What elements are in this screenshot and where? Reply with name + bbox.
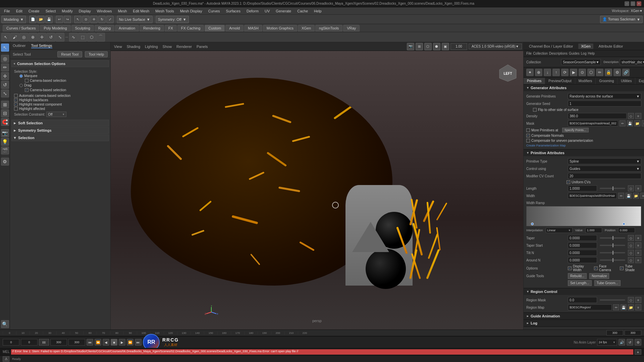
face-camera-check[interactable]: [594, 266, 598, 270]
generator-seed-value[interactable]: 1: [568, 101, 641, 107]
flip-checkbox[interactable]: [533, 108, 537, 112]
mask-save-btn[interactable]: 💾: [627, 120, 633, 126]
constraint-dropdown[interactable]: Off ▼: [46, 112, 66, 117]
primitive-attributes-header[interactable]: ▼ Primitive Attributes: [524, 149, 644, 156]
end-frame-display[interactable]: 300: [68, 339, 85, 346]
around-n-slider[interactable]: [600, 259, 626, 261]
tab-rigging[interactable]: Rigging: [95, 25, 114, 32]
width-value[interactable]: $DESC/paintmaps/widthShortHair: [568, 193, 617, 199]
taper-value[interactable]: 0.0000: [568, 235, 597, 241]
status-icon[interactable]: ⚠: [3, 356, 9, 362]
redo-btn[interactable]: ↪: [64, 16, 71, 23]
xgen-menu-help[interactable]: Help: [588, 52, 595, 55]
around-n-expr-btn[interactable]: ≡: [635, 257, 641, 263]
xgen-menu-collection[interactable]: Collection: [533, 52, 548, 55]
ramp-point-2[interactable]: [623, 223, 625, 225]
modifier-cv-value[interactable]: 20: [568, 173, 641, 179]
compensate-normals-row[interactable]: Compensate Normals: [526, 133, 641, 138]
tool-paint[interactable]: ✏: [1, 63, 9, 71]
taper-start-slider[interactable]: [600, 245, 626, 246]
menu-curves[interactable]: Curves: [206, 8, 223, 14]
reset-tool-button[interactable]: Reset Tool: [57, 51, 82, 57]
region-mask-anim[interactable]: ◇: [628, 297, 634, 303]
select-btn[interactable]: ↖: [74, 16, 82, 23]
undo-btn[interactable]: ↩: [56, 16, 63, 23]
icon-rotate[interactable]: ↺: [47, 33, 55, 42]
width-ramp-control[interactable]: [526, 206, 641, 226]
width-save-btn[interactable]: 💾: [626, 193, 632, 199]
rebuild-btn[interactable]: Rebuild...: [568, 273, 587, 279]
icon-nurbs[interactable]: ⌒: [96, 33, 105, 42]
xgen-tab-preview[interactable]: Preview/Output: [545, 78, 575, 84]
radio-drag[interactable]: Drag: [19, 83, 106, 87]
vp-texture-btn[interactable]: ▣: [442, 43, 449, 50]
jump-start-btn[interactable]: ⏮: [87, 339, 93, 346]
menu-file[interactable]: File: [1, 8, 13, 14]
icon-surface[interactable]: ⬚: [78, 33, 87, 42]
vp-grid-btn[interactable]: ⊞: [416, 43, 423, 50]
menu-mesh-display[interactable]: Mesh Display: [177, 8, 205, 14]
range-bar[interactable]: ▮▮: [39, 339, 49, 346]
display-width-option[interactable]: Display Width: [568, 264, 591, 272]
highlight-affected-check[interactable]: [14, 107, 18, 111]
xgen-tab-utilities[interactable]: Utilities: [618, 78, 635, 84]
step-back-btn[interactable]: ⏪: [95, 339, 101, 346]
guide-animation-header[interactable]: ► Guide Animation: [524, 313, 644, 319]
density-value[interactable]: 380.0: [568, 113, 627, 119]
region-map-folder[interactable]: 📁: [628, 304, 634, 310]
uniform-cvs-check[interactable]: [567, 180, 570, 184]
selection-section-header[interactable]: ▼ Selection: [11, 134, 109, 141]
current-frame-display[interactable]: 0: [3, 339, 19, 346]
tool-rotate[interactable]: ↺: [1, 81, 9, 89]
xgen-icon-3[interactable]: ↓: [544, 69, 551, 76]
xgen-icon-6[interactable]: ▶: [570, 69, 577, 76]
rp-tab-attribute-editor[interactable]: Attribute Editor: [596, 44, 626, 49]
set-length-btn[interactable]: Set Length...: [568, 280, 592, 286]
menu-select[interactable]: Select: [43, 8, 59, 14]
xgen-menu-guides[interactable]: Guides: [569, 52, 580, 55]
xgen-menu-file[interactable]: File: [526, 52, 532, 55]
generator-attributes-header[interactable]: ▼ Generator Attributes: [524, 84, 644, 91]
tab-arnold[interactable]: Arnold: [225, 25, 244, 32]
region-mask-slider[interactable]: [600, 299, 626, 301]
region-mask-expr[interactable]: ≡: [635, 297, 641, 303]
more-prim-check[interactable]: [526, 128, 530, 132]
uniform-cvs-row[interactable]: Uniform CVs: [567, 180, 641, 185]
create-param-map-link[interactable]: Create Parameterization Map: [526, 143, 641, 148]
settings-btn-pb[interactable]: ⚙: [635, 339, 641, 346]
render-profile-dropdown[interactable]: ACES 1.0 SDR-video (sRGB)▼: [469, 44, 522, 49]
mask-value[interactable]: $DESC/paintmaps/maskHead_002: [568, 120, 618, 126]
taper-start-anim-btn[interactable]: ◇: [628, 242, 634, 248]
tool-scale[interactable]: ⤡: [1, 89, 9, 98]
menu-generate[interactable]: Generate: [273, 8, 294, 14]
region-control-header[interactable]: ▼ Region Control: [524, 288, 644, 295]
tool-snap[interactable]: ⊞: [1, 101, 9, 109]
xgen-icon-12[interactable]: 🔗: [622, 69, 630, 76]
vp-camera-btn[interactable]: 📷: [407, 43, 414, 50]
mask-edit-btn[interactable]: ✏: [620, 120, 626, 126]
highlight-affected-row[interactable]: Highlight affected: [14, 107, 106, 111]
log-header[interactable]: ► Log: [524, 320, 644, 326]
icon-sculpt[interactable]: ⊕: [29, 33, 37, 42]
taper-start-expr-btn[interactable]: ≡: [635, 242, 641, 248]
taper-start-value[interactable]: 0.0000: [568, 242, 597, 248]
generate-primitives-dropdown[interactable]: Randomly across the surface ▼: [568, 93, 641, 99]
xgen-icon-11[interactable]: ⚙: [613, 69, 621, 76]
comp-uneven-check[interactable]: [526, 139, 530, 142]
cmd-expand-btn[interactable]: ▲: [635, 349, 641, 355]
radio-marquee-btn[interactable]: [19, 74, 23, 78]
tab-fx-caching[interactable]: FX Caching: [177, 25, 204, 32]
tilt-n-anim-btn[interactable]: ◇: [628, 250, 634, 256]
vp-shading-menu[interactable]: Shading: [125, 44, 142, 49]
tool-light[interactable]: 💡: [1, 138, 9, 146]
around-n-value[interactable]: 0.0000: [568, 257, 597, 263]
rp-tab-xgen[interactable]: XGen: [578, 44, 593, 49]
xgen-icon-7[interactable]: ⊙: [579, 69, 586, 76]
tool-settings-btn[interactable]: ⚙: [1, 158, 9, 166]
tab-animation[interactable]: Animation: [115, 25, 139, 32]
tube-groom-btn[interactable]: Tube Groom...: [594, 280, 621, 286]
no-live-dropdown[interactable]: No Live Surface ▼: [117, 16, 153, 23]
tube-shade-check[interactable]: [620, 266, 624, 270]
tilt-n-value[interactable]: 0.0000: [568, 250, 597, 256]
menu-mesh-tools[interactable]: Mesh Tools: [153, 8, 176, 14]
